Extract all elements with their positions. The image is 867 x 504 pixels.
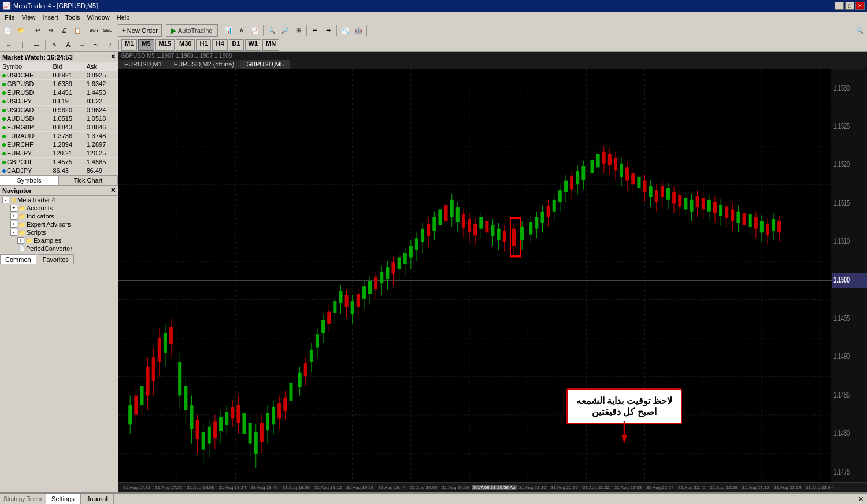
nav-indicators-expand[interactable]: + [10,213,17,220]
svg-rect-232 [749,214,752,227]
chart-line-btn[interactable]: 📈 [249,24,261,37]
tab-favorites[interactable]: Favorites [38,254,74,264]
zoom-out-btn[interactable]: 🔎 [279,24,291,37]
navigator-header: Navigator ✕ [0,186,118,196]
market-row[interactable]: AUDUSD 1.0515 1.0518 [0,114,118,123]
svg-rect-89 [321,320,325,333]
text-tool[interactable]: A [62,39,75,51]
market-row[interactable]: EURJPY 120.21 120.25 [0,149,118,158]
menu-tools[interactable]: Tools [62,13,84,22]
nav-expert-advisors[interactable]: + 📁 Expert Advisors [0,220,118,228]
period-tool-1[interactable]: ↔ [2,39,15,51]
scroll-back-btn[interactable]: ⬅ [309,24,321,37]
svg-rect-168 [558,190,562,202]
svg-rect-135 [456,207,460,222]
sell-btn[interactable]: SEL [101,24,114,37]
chart-tab-eurusd-m1[interactable]: EURUSD,M1 [118,60,168,69]
market-row[interactable]: USDCAD 0.9620 0.9624 [0,106,118,114]
maximize-button[interactable]: □ [845,2,854,10]
close-button[interactable]: ✕ [855,2,865,10]
chart-canvas[interactable]: 1.1530 1.1525 1.1520 1.1515 1.1510 1.150… [118,69,867,482]
market-row[interactable]: USDJPY 83.19 83.22 [0,97,118,106]
period-tool-3[interactable]: — [30,39,43,51]
search-btn[interactable]: 🔍 [853,24,866,37]
nav-root[interactable]: - 🖥 MetaTrader 4 [0,196,118,204]
period-m5[interactable]: M5 [138,39,154,51]
market-row[interactable]: EURGBP 0.8843 0.8846 [0,123,118,132]
period-w1[interactable]: W1 [245,39,262,51]
market-row[interactable]: GBPCHF 1.4575 1.4585 [0,158,118,166]
new-order-button[interactable]: + New Order [118,24,162,37]
wave-tool[interactable]: 〜 [90,39,102,51]
svg-rect-220 [713,202,717,213]
period-h1[interactable]: H1 [196,39,211,51]
print-btn[interactable]: 🖨 [58,24,71,37]
svg-rect-121 [415,238,418,250]
nav-period-converter[interactable]: 📄 PeriodConverter [0,244,118,253]
tab-tick-chart[interactable]: Tick Chart [59,176,118,185]
period-m15[interactable]: M15 [155,39,175,51]
chart-tab-gbpusd-m5[interactable]: GBPUSD,M5 [240,60,290,69]
arrow-tool[interactable]: → [76,39,88,51]
svg-rect-236 [760,221,764,232]
scroll-fwd-btn[interactable]: ➡ [322,24,335,37]
menu-insert[interactable]: Insert [39,13,62,22]
print2-btn[interactable]: 📋 [71,24,84,37]
chart-bar-btn[interactable]: 📊 [222,24,235,37]
market-row[interactable]: CADJPY 86.43 86.49 [0,166,118,175]
minimize-button[interactable]: — [835,2,844,10]
new-btn[interactable]: 📄 [1,24,14,37]
buy-btn[interactable]: BUY [88,24,101,37]
zoom-fit-btn[interactable]: ⊞ [292,24,305,37]
market-row[interactable]: EURAUD 1.3736 1.3748 [0,132,118,140]
indicator-btn[interactable]: 📉 [339,24,351,37]
period-mn[interactable]: MN [262,39,279,51]
menu-file[interactable]: File [1,13,18,22]
menu-view[interactable]: View [18,13,39,22]
market-watch-close[interactable]: ✕ [110,53,116,61]
fib-tool[interactable]: ⑂ [103,39,116,51]
tab-symbols[interactable]: Symbols [0,176,59,185]
chart-candle-btn[interactable]: 🕯 [235,24,248,37]
st-close-btn[interactable]: ✕ [855,494,867,504]
nav-scripts[interactable]: - 📁 Scripts [0,228,118,236]
col-symbol: Symbol [0,62,50,71]
menu-window[interactable]: Window [84,13,113,22]
period-h4[interactable]: H4 [212,39,227,51]
ea-folder-icon: 📁 [18,221,25,228]
period-m30[interactable]: M30 [176,39,195,51]
market-row[interactable]: EURCHF 1.2894 1.2897 [0,140,118,149]
menu-help[interactable]: Help [113,13,134,22]
nav-indicators[interactable]: + 📁 Indicators [0,212,118,220]
svg-rect-145 [485,221,488,232]
nav-scripts-expand[interactable]: - [10,229,17,236]
navigator-close[interactable]: ✕ [110,187,116,194]
st-tab-settings[interactable]: Settings [46,494,81,504]
nav-root-expand[interactable]: - [2,197,9,203]
nav-accounts-expand[interactable]: + [10,205,17,212]
zoom-in-btn[interactable]: 🔍 [265,24,278,37]
nav-ea-expand[interactable]: + [10,221,17,228]
redo-btn[interactable]: ↪ [45,24,57,37]
market-row[interactable]: EURUSD 1.4451 1.4453 [0,88,118,97]
svg-text:1.1500: 1.1500 [833,275,850,284]
col-ask: Ask [84,62,118,71]
autotrading-button[interactable]: ▶ AutoTrading [166,24,218,37]
nav-examples[interactable]: + 📁 Examples [0,236,118,244]
period-tool-2[interactable]: | [16,39,29,51]
market-row[interactable]: USDCHF 0.8921 0.8925 [0,71,118,80]
nav-examples-expand[interactable]: + [17,237,24,244]
draw-tool[interactable]: ✎ [48,39,61,51]
period-m1[interactable]: M1 [121,39,137,51]
chart-tab-eurusd-m2[interactable]: EURUSD,M2 (offline) [168,60,240,69]
st-tab-journal[interactable]: Journal [81,494,114,504]
open-btn[interactable]: 📂 [14,24,27,37]
undo-btn[interactable]: ↩ [31,24,44,37]
market-row[interactable]: GBPUSD 1.6339 1.6342 [0,80,118,88]
svg-text:1.1520: 1.1520 [833,160,850,169]
nav-accounts[interactable]: + 📁 Accounts [0,204,118,212]
tab-common[interactable]: Common [0,254,36,264]
svg-rect-27 [134,396,138,415]
expert-btn[interactable]: 🤖 [352,24,365,37]
period-d1[interactable]: D1 [229,39,244,51]
